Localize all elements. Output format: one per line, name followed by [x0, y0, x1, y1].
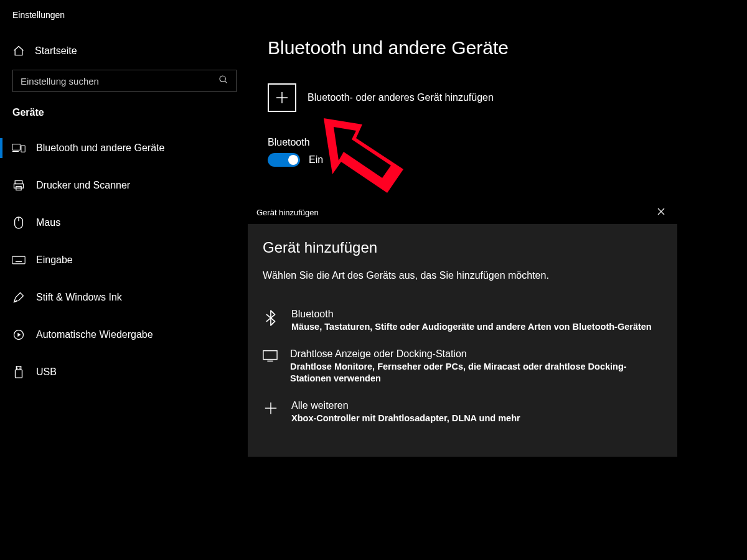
dialog-option-title: Bluetooth	[291, 309, 652, 320]
sidebar-item-bluetooth[interactable]: Bluetooth und andere Geräte	[0, 129, 249, 167]
add-device-button[interactable]: Bluetooth- oder anderes Gerät hinzufügen	[268, 83, 735, 112]
mouse-icon	[12, 216, 25, 230]
dialog-option-everything-else[interactable]: Alle weiteren Xbox-Controller mit Drahtl…	[263, 393, 662, 432]
sidebar-item-label: Drucker und Scanner	[36, 180, 130, 191]
home-icon	[12, 45, 25, 57]
bluetooth-toggle-state: Ein	[309, 154, 323, 166]
close-icon	[657, 208, 665, 215]
bluetooth-toggle-label: Bluetooth	[268, 137, 735, 148]
svg-line-1	[225, 81, 227, 83]
bluetooth-toggle[interactable]	[268, 153, 300, 167]
svg-rect-2	[12, 144, 21, 150]
svg-point-0	[220, 76, 225, 82]
dialog-subtext: Wählen Sie die Art des Geräts aus, das S…	[263, 270, 662, 281]
search-icon	[218, 75, 228, 87]
plus-icon	[268, 83, 296, 112]
svg-rect-19	[16, 370, 22, 378]
window-title: Einstellungen	[0, 10, 249, 45]
dialog-heading: Gerät hinzufügen	[263, 239, 662, 256]
devices-icon	[12, 142, 25, 154]
dialog-option-bluetooth[interactable]: Bluetooth Mäuse, Tastaturen, Stifte oder…	[263, 301, 662, 341]
display-icon	[263, 348, 278, 362]
sidebar-item-autoplay[interactable]: Automatische Wiedergabe	[0, 316, 249, 353]
sidebar: Einstellungen Startseite Geräte Bluetoot…	[0, 0, 249, 560]
add-device-dialog: Gerät hinzufügen Gerät hinzufügen Wählen…	[248, 200, 677, 457]
add-device-label: Bluetooth- oder anderes Gerät hinzufügen	[308, 92, 494, 103]
bluetooth-icon	[263, 309, 279, 326]
dialog-option-desc: Xbox-Controller mit Drahtlosadapter, DLN…	[291, 413, 520, 425]
sidebar-item-printers[interactable]: Drucker und Scanner	[0, 167, 249, 204]
svg-rect-10	[12, 256, 25, 264]
sidebar-home[interactable]: Startseite	[0, 45, 249, 70]
sidebar-section-header: Geräte	[0, 107, 249, 129]
dialog-close-button[interactable]	[654, 208, 669, 217]
sidebar-home-label: Startseite	[35, 45, 77, 57]
sidebar-item-typing[interactable]: Eingabe	[0, 241, 249, 279]
dialog-option-title: Alle weiteren	[291, 400, 520, 411]
search-input[interactable]	[21, 76, 218, 86]
pen-icon	[12, 291, 25, 304]
dialog-titlebar-text: Gerät hinzufügen	[256, 208, 319, 217]
sidebar-item-pen[interactable]: Stift & Windows Ink	[0, 279, 249, 316]
dialog-option-title: Drahtlose Anzeige oder Docking-Station	[290, 348, 662, 360]
sidebar-item-label: Stift & Windows Ink	[36, 292, 122, 303]
bluetooth-toggle-row: Ein	[268, 153, 735, 167]
svg-rect-6	[14, 184, 24, 189]
dialog-option-desc: Mäuse, Tastaturen, Stifte oder Audiogerä…	[291, 321, 652, 334]
dialog-titlebar: Gerät hinzufügen	[248, 200, 677, 224]
dialog-option-desc: Drahtlose Monitore, Fernseher oder PCs, …	[290, 361, 662, 385]
printer-icon	[12, 179, 25, 192]
plus-icon	[263, 400, 279, 415]
sidebar-item-label: Eingabe	[36, 254, 73, 266]
dialog-option-wireless-display[interactable]: Drahtlose Anzeige oder Docking-Station D…	[263, 341, 662, 393]
sidebar-item-label: USB	[36, 366, 57, 378]
svg-rect-3	[21, 146, 25, 152]
keyboard-icon	[12, 255, 25, 265]
autoplay-icon	[12, 329, 25, 341]
sidebar-item-usb[interactable]: USB	[0, 353, 249, 391]
page-title: Bluetooth und andere Geräte	[268, 37, 735, 58]
svg-rect-26	[263, 350, 277, 359]
sidebar-item-mouse[interactable]: Maus	[0, 204, 249, 241]
usb-icon	[12, 365, 25, 379]
sidebar-item-label: Automatische Wiedergabe	[36, 329, 153, 340]
sidebar-item-label: Maus	[36, 217, 60, 228]
svg-rect-5	[15, 181, 22, 184]
sidebar-item-label: Bluetooth und andere Geräte	[36, 142, 164, 154]
svg-rect-18	[16, 366, 21, 370]
search-box[interactable]	[12, 70, 237, 92]
